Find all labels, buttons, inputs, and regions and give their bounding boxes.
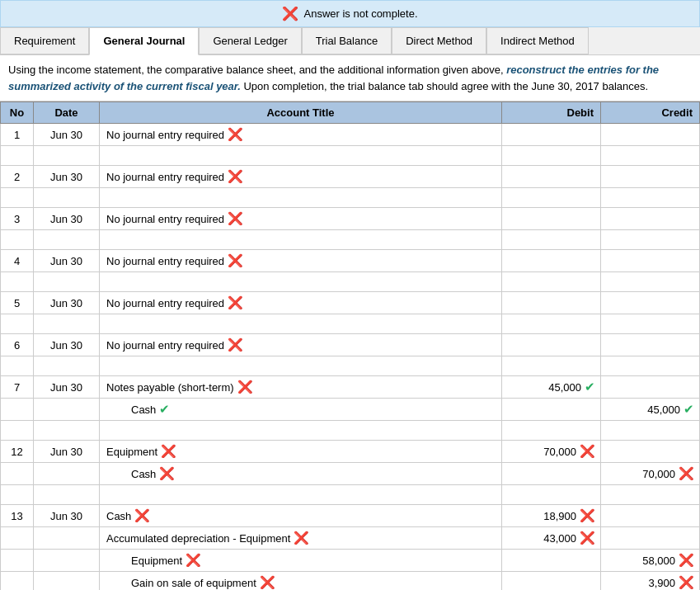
alert-text: Answer is not complete. (303, 7, 417, 20)
cell-credit (601, 124, 700, 146)
error-icon: ❌ (228, 295, 243, 310)
error-icon: ❌ (580, 508, 595, 523)
alert-bar: ❌ Answer is not complete. (0, 0, 700, 27)
error-icon: ❌ (228, 169, 243, 184)
cell-date: Jun 30 (34, 166, 100, 188)
account-name: No journal entry required (106, 297, 224, 309)
credit-value: 3,900 (648, 577, 675, 589)
cell-debit (502, 292, 601, 314)
cell-credit: 45,000✔ (601, 399, 700, 421)
error-icon: ❌ (294, 531, 309, 545)
cell-no (1, 399, 34, 421)
cell-credit (601, 505, 700, 527)
instruction-part1: Using the income statement, the comparat… (8, 64, 506, 76)
cell-date (34, 527, 100, 550)
cell-credit (601, 527, 700, 550)
table-row: 2Jun 30No journal entry required❌ (1, 166, 700, 188)
table-row: Cash✔45,000✔ (1, 399, 700, 421)
check-icon: ✔ (585, 380, 595, 394)
table-row: 1Jun 30No journal entry required❌ (1, 124, 700, 146)
account-name: No journal entry required (106, 171, 224, 183)
instruction-box: Using the income statement, the comparat… (0, 55, 700, 101)
error-icon: ❌ (228, 253, 243, 268)
account-name: Equipment (131, 555, 182, 567)
cell-credit (601, 166, 700, 188)
instruction-part2: Upon completion, the trial balance tab s… (241, 80, 648, 92)
table-row: Cash❌70,000❌ (1, 463, 700, 485)
table-row: 3Jun 30No journal entry required❌ (1, 208, 700, 230)
cell-debit (502, 463, 601, 485)
table-row: 12Jun 30Equipment❌70,000❌ (1, 441, 700, 463)
empty-row (1, 356, 700, 376)
account-name: Accumulated depreciation - Equipment (106, 532, 290, 545)
error-icon: ❌ (237, 380, 253, 394)
table-row: Equipment❌58,000❌ (1, 550, 700, 572)
table-row: 13Jun 30Cash❌18,900❌ (1, 505, 700, 527)
cell-credit (601, 292, 700, 314)
account-name: Cash (106, 510, 131, 522)
header-no: No (1, 102, 34, 124)
cell-date (34, 550, 100, 572)
cell-credit (601, 441, 700, 463)
cell-account: Accumulated depreciation - Equipment❌ (100, 527, 502, 550)
cell-no: 7 (1, 376, 34, 399)
error-icon: ❌ (679, 466, 694, 481)
error-icon: ❌ (679, 553, 694, 568)
cell-debit (502, 250, 601, 272)
table-row: 7Jun 30Notes payable (short-term)❌45,000… (1, 376, 700, 399)
empty-row (1, 188, 700, 208)
header-debit: Debit (502, 102, 601, 124)
debit-value: 70,000 (543, 446, 576, 458)
tab-general-ledger[interactable]: General Ledger (199, 27, 301, 54)
cell-no (1, 527, 34, 550)
account-name: No journal entry required (106, 339, 224, 352)
cell-date: Jun 30 (34, 250, 100, 272)
cell-no: 3 (1, 208, 34, 230)
cell-credit: 70,000❌ (601, 463, 700, 485)
cell-account: Notes payable (short-term)❌ (100, 376, 502, 399)
cell-account: Equipment❌ (100, 550, 502, 572)
cell-credit: 3,900❌ (601, 572, 700, 591)
cell-account: Equipment❌ (100, 441, 502, 463)
tab-indirect-method[interactable]: Indirect Method (486, 27, 589, 54)
account-name: Notes payable (short-term) (106, 381, 234, 394)
empty-row (1, 146, 700, 166)
cell-debit: 70,000❌ (502, 441, 601, 463)
cell-date: Jun 30 (34, 208, 100, 230)
table-row: 6Jun 30No journal entry required❌ (1, 334, 700, 356)
cell-account: No journal entry required❌ (100, 250, 502, 272)
credit-value: 70,000 (642, 468, 675, 480)
journal-table: No Date Account Title Debit Credit 1Jun … (0, 101, 700, 590)
error-icon: ❌ (580, 444, 595, 459)
error-icon: ❌ (228, 211, 243, 226)
tab-trial-balance[interactable]: Trial Balance (302, 27, 392, 54)
tab-requirement[interactable]: Requirement (0, 27, 89, 54)
empty-row (1, 230, 700, 250)
tab-general-journal[interactable]: General Journal (89, 27, 199, 55)
cell-account: No journal entry required❌ (100, 124, 502, 146)
account-name: No journal entry required (106, 213, 224, 225)
cell-debit (502, 124, 601, 146)
table-row: 4Jun 30No journal entry required❌ (1, 250, 700, 272)
cell-account: Cash❌ (100, 463, 502, 485)
account-name: No journal entry required (106, 129, 224, 141)
cell-date: Jun 30 (34, 441, 100, 463)
header-date: Date (34, 102, 100, 124)
cell-debit (502, 334, 601, 356)
error-icon: ❌ (134, 508, 150, 523)
empty-row (1, 314, 700, 334)
cell-no: 2 (1, 166, 34, 188)
check-icon: ✔ (159, 402, 170, 417)
cell-credit (601, 208, 700, 230)
alert-error-icon: ❌ (282, 6, 298, 21)
tab-direct-method[interactable]: Direct Method (392, 27, 486, 54)
check-icon: ✔ (684, 402, 694, 417)
cell-date (34, 463, 100, 485)
cell-date (34, 399, 100, 421)
cell-debit (502, 166, 601, 188)
empty-row (1, 272, 700, 292)
cell-debit (502, 572, 601, 591)
account-name: Cash (131, 404, 156, 416)
cell-no: 6 (1, 334, 34, 356)
cell-no: 12 (1, 441, 34, 463)
